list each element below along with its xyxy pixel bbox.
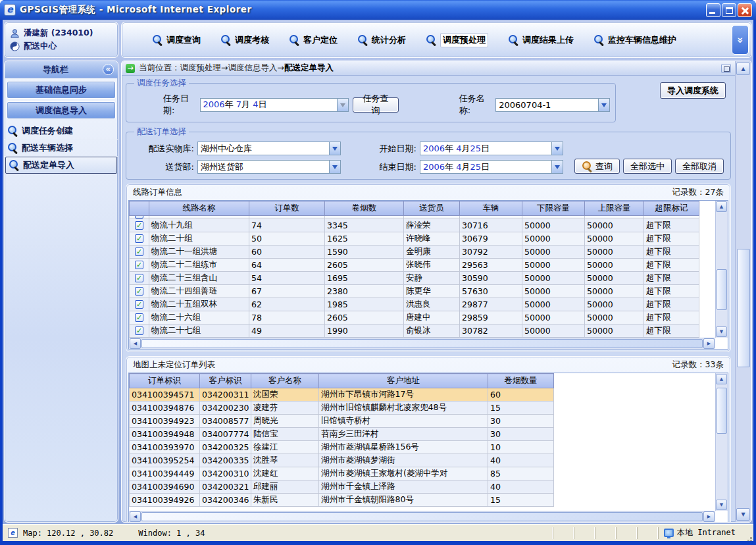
toolbar-item[interactable]: 调度结果上传 bbox=[508, 34, 574, 46]
collapse-sidebar-button[interactable]: « bbox=[103, 64, 114, 75]
query-button[interactable]: 查询 bbox=[574, 159, 620, 174]
table-cell: 50000 bbox=[585, 259, 644, 272]
close-button[interactable] bbox=[738, 3, 752, 17]
column-header[interactable]: 送货员 bbox=[404, 201, 460, 216]
table-cell: 物流二十组 bbox=[149, 232, 249, 246]
task-query-button[interactable]: 任务查询 bbox=[353, 97, 399, 113]
column-header[interactable]: 客户标识 bbox=[200, 374, 251, 388]
toolbar-item[interactable]: 客户定位 bbox=[289, 34, 338, 46]
table-row[interactable]: 034100394449034200310沈建红湖州市菱湖镇王家墩村(菱湖中学对… bbox=[130, 467, 554, 480]
toolbar-item[interactable]: 调度考核 bbox=[220, 34, 269, 46]
collapse-section-button[interactable] bbox=[721, 64, 731, 73]
table-row[interactable]: 034100394876034200230凌建芬湖州市旧馆镇麒麟村北凌家兜48号… bbox=[130, 402, 554, 415]
table-cell: 30 bbox=[488, 428, 554, 441]
table-row[interactable]: ✓物流二十四组善琏672380陈更华576305000050000超下限 bbox=[130, 285, 699, 298]
table-row[interactable]: ✓物流十九组743345薛淦荣307165000050000超下限 bbox=[130, 219, 699, 232]
unlocated-table-vscrollbar[interactable]: ▲ ▼ bbox=[715, 373, 728, 511]
window-title: GPSGIS管理系统 - Microsoft Internet Explorer bbox=[20, 4, 706, 16]
map-coordinates: Map: 120.12 , 30.82 bbox=[23, 529, 113, 538]
delivery-dept-combobox[interactable]: 湖州送货部 bbox=[197, 160, 341, 174]
sidebar-group-button[interactable]: 调度信息导入 bbox=[7, 101, 116, 119]
dropdown-arrow-icon[interactable] bbox=[329, 142, 340, 155]
row-checkbox[interactable]: ✓ bbox=[135, 300, 143, 309]
column-header[interactable]: 客户地址 bbox=[319, 374, 488, 388]
table-row[interactable]: 034100393970034200325徐建江湖州市菱湖镇星桥路156号10 bbox=[130, 441, 554, 454]
task-date-combobox[interactable]: 2006年 7月 4日 bbox=[200, 98, 349, 112]
table-row[interactable]: ✓物流二十六组782605唐建中298595000050000超下限 bbox=[130, 311, 699, 324]
dropdown-arrow-icon[interactable] bbox=[337, 99, 348, 111]
column-header[interactable]: 订单数 bbox=[249, 201, 325, 216]
toolbar-more-button[interactable]: » bbox=[732, 25, 749, 55]
content-vscrollbar[interactable]: ▲ ▼ bbox=[735, 61, 751, 522]
row-checkbox[interactable]: ✓ bbox=[135, 247, 143, 256]
row-checkbox-cell: ✓ bbox=[130, 219, 149, 232]
table-row[interactable]: 034100394571034200311沈国荣湖州市下昂镇市河路17号60 bbox=[130, 388, 554, 402]
sidebar-item[interactable]: 配送定单导入 bbox=[5, 157, 117, 174]
dropdown-arrow-icon[interactable] bbox=[551, 161, 563, 173]
table-cell: 沈国荣 bbox=[251, 388, 319, 402]
table-row[interactable]: 034100394926034200346朱新民湖州市千金镇朝阳路80号15 bbox=[130, 494, 554, 507]
toolbar-item[interactable]: 调度预处理 bbox=[426, 33, 488, 47]
column-header[interactable]: 下限容量 bbox=[522, 201, 585, 216]
route-table-vscrollbar[interactable]: ▲ ▼ bbox=[715, 201, 728, 338]
dropdown-arrow-icon[interactable] bbox=[329, 161, 340, 173]
row-checkbox[interactable]: ✓ bbox=[135, 216, 143, 219]
table-cell: 物流二十六组 bbox=[149, 311, 249, 324]
sidebar-item[interactable]: 调度任务创建 bbox=[5, 122, 118, 140]
table-row[interactable]: ✓物流二十二组练市642605张晓伟295635000050000超下限 bbox=[130, 259, 699, 272]
deselect-all-button[interactable]: 全部取消 bbox=[675, 159, 724, 174]
warehouse-combobox[interactable]: 湖州中心仓库 bbox=[197, 142, 341, 155]
start-date-combobox[interactable]: 2006年 4月25日 bbox=[420, 142, 563, 155]
column-header[interactable]: 车辆 bbox=[460, 201, 522, 216]
table-row[interactable]: 034100394923034008577周晓光旧馆镇寺桥村30 bbox=[130, 415, 554, 428]
table-row[interactable]: ✓物流二十五组双林621985洪惠良298775000050000超下限 bbox=[130, 298, 699, 311]
table-row[interactable]: ✓物流二十一组洪塘601590金明康307925000050000超下限 bbox=[130, 246, 699, 259]
row-checkbox[interactable]: ✓ bbox=[135, 274, 143, 282]
table-cell: 湖州市菱湖镇星桥路156号 bbox=[319, 441, 488, 454]
column-header[interactable]: 超限标记 bbox=[644, 201, 699, 216]
table-row[interactable]: ✓物流二十三组含山541695安静305905000050000超下限 bbox=[130, 272, 699, 285]
end-date-combobox[interactable]: 2006年 4月25日 bbox=[420, 160, 563, 174]
unlocated-table-hscrollbar[interactable]: ◀ ▶ bbox=[129, 511, 715, 522]
table-row[interactable]: 034100394948034007774陆信宝苕南乡三田洋村30 bbox=[130, 428, 554, 441]
column-header[interactable]: 卷烟数 bbox=[325, 201, 404, 216]
maximize-button[interactable] bbox=[722, 3, 736, 17]
task-name-combobox[interactable]: 20060704-1 bbox=[495, 98, 610, 112]
row-checkbox[interactable]: ✓ bbox=[135, 287, 143, 296]
table-row[interactable]: 034100394690034200321邱建丽湖州市千金镇上泽路40 bbox=[130, 480, 554, 494]
title-bar[interactable]: e GPSGIS管理系统 - Microsoft Internet Explor… bbox=[0, 0, 756, 20]
table-row[interactable]: 034100395254034200335沈胜琴湖州市菱湖镇梦湖街40 bbox=[130, 454, 554, 467]
row-checkbox[interactable]: ✓ bbox=[135, 313, 143, 322]
column-header[interactable]: 卷烟数量 bbox=[488, 374, 554, 388]
table-row[interactable]: ✓物流二十七组491990俞银冰307825000050000超下限 bbox=[130, 324, 699, 338]
sidebar-group-button[interactable]: 基础信息同步 bbox=[7, 81, 116, 99]
toolbar-item[interactable]: 调度查询 bbox=[152, 34, 201, 46]
resize-grip[interactable] bbox=[745, 525, 753, 541]
table-cell: 30792 bbox=[460, 246, 522, 259]
table-cell: 周晓光 bbox=[251, 415, 319, 428]
table-cell: 陆信宝 bbox=[251, 428, 319, 441]
table-cell: 1625 bbox=[325, 232, 404, 246]
app-area: 潘建新 (234010) 配送中心 调度查询调度考核客户定位统计分析调度预处理调… bbox=[3, 20, 753, 524]
toolbar-item[interactable]: 统计分析 bbox=[357, 34, 406, 46]
column-header[interactable]: 订单标识 bbox=[130, 374, 200, 388]
import-to-dispatch-button[interactable]: 导入调度系统 bbox=[660, 82, 726, 99]
sidebar-item[interactable]: 配送车辆选择 bbox=[5, 140, 118, 157]
toolbar-item[interactable]: 监控车辆信息维护 bbox=[593, 34, 676, 46]
window-coordinates: Window: 1 , 34 bbox=[138, 529, 205, 538]
column-header[interactable]: 线路名称 bbox=[149, 201, 249, 216]
row-checkbox[interactable]: ✓ bbox=[135, 221, 143, 230]
row-checkbox[interactable]: ✓ bbox=[135, 261, 143, 269]
route-table-hscrollbar[interactable]: ◀ ▶ bbox=[129, 338, 715, 349]
dropdown-arrow-icon[interactable] bbox=[551, 142, 563, 155]
table-cell: 034100394876 bbox=[130, 402, 200, 415]
table-row[interactable]: ✓物流二十组501625许晓峰306795000050000超下限 bbox=[130, 232, 699, 246]
column-header[interactable]: 客户名称 bbox=[251, 374, 319, 388]
dropdown-arrow-icon[interactable] bbox=[598, 99, 609, 111]
select-all-button[interactable]: 全部选中 bbox=[623, 159, 672, 174]
minimize-button[interactable] bbox=[706, 3, 720, 17]
row-checkbox-cell: ✓ bbox=[130, 246, 149, 259]
row-checkbox[interactable]: ✓ bbox=[135, 326, 143, 335]
column-header[interactable]: 上限容量 bbox=[585, 201, 644, 216]
row-checkbox[interactable]: ✓ bbox=[135, 234, 143, 243]
